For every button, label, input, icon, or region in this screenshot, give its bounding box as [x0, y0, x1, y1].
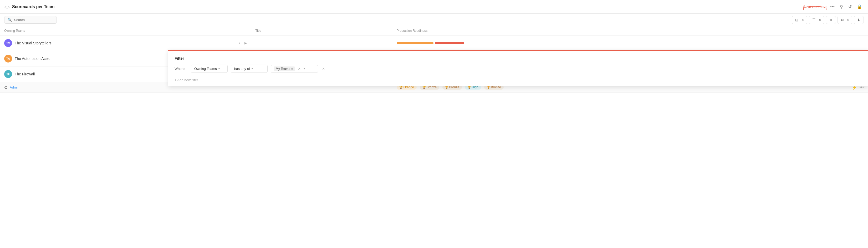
filter-row: Where Owning Teams ▾ has any of ▾ My Tea…: [175, 65, 862, 73]
chevron-tv[interactable]: ▶: [245, 41, 247, 45]
more-button[interactable]: •••: [829, 3, 836, 10]
filter-value-clear-button[interactable]: ×: [298, 66, 301, 71]
score-icon-5: 🏆: [487, 86, 490, 89]
admin-link[interactable]: Admin: [10, 85, 20, 89]
app-container: ◁▷ Scorecards per Team Save view here ••…: [0, 0, 868, 248]
save-view-label: Save view here: [803, 5, 827, 9]
filter-group: ⊟ ×: [792, 16, 807, 24]
avatar-tf: TF: [4, 70, 12, 78]
bar-tv-1: [397, 42, 433, 44]
download-button[interactable]: ⬇: [856, 17, 861, 23]
add-filter-button[interactable]: + Add new filter: [175, 78, 198, 82]
table-header-row: Owning Teams Title Production Readiness: [0, 26, 868, 35]
score-icon-1: 🏆: [399, 86, 402, 89]
breadcrumb-icon: ◁▷: [4, 5, 10, 9]
copy-close-button[interactable]: ×: [846, 17, 850, 23]
header-right: Save view here ••• ⚲ ↺ 🔒: [803, 3, 864, 10]
filter-value-tag: My Teams ×: [274, 66, 295, 71]
table-row: TV The Visual Storytellers 7 ▶: [0, 35, 868, 51]
team-cell-tv: TV The Visual Storytellers 7 ▶: [0, 35, 251, 51]
filter-operator-chevron: ▾: [252, 67, 253, 70]
avatar-ta: TA: [4, 55, 12, 63]
filter-value-chevron: ▾: [304, 67, 305, 70]
filter-where-label: Where: [175, 67, 188, 71]
search-input[interactable]: [14, 18, 51, 22]
filter-button[interactable]: ⊟: [794, 17, 799, 23]
list-group: ☰ ×: [809, 16, 824, 24]
filter-divider: [175, 74, 195, 74]
search-box[interactable]: 🔍: [4, 16, 57, 24]
copy-group: ⧉ ×: [838, 16, 852, 24]
title-cell-tv: [251, 35, 392, 51]
filter-close-button[interactable]: ×: [801, 17, 805, 23]
pin-button[interactable]: ⚲: [838, 3, 845, 10]
filter-panel: Filter Where Owning Teams ▾ has any of ▾…: [168, 50, 868, 86]
filter-tag-close-button[interactable]: ×: [291, 67, 292, 70]
filter-tag-text: My Teams: [276, 67, 290, 71]
copy-button[interactable]: ⧉: [840, 17, 845, 23]
github-icon: ⊙: [4, 85, 8, 90]
undo-button[interactable]: ↺: [847, 3, 853, 10]
filter-value-box[interactable]: My Teams × × ▾: [271, 65, 318, 73]
sort-group: ⇅: [826, 16, 836, 24]
header-left: ◁▷ Scorecards per Team: [4, 4, 55, 9]
page-title: Scorecards per Team: [12, 4, 55, 9]
team-count-tv: 7: [239, 41, 241, 45]
lock-button[interactable]: 🔒: [856, 3, 864, 10]
filter-field-chevron: ▾: [218, 67, 220, 70]
score-icon-2: 🏆: [423, 86, 426, 89]
bar-cell-tv: [393, 35, 868, 51]
team-name-tv: The Visual Storytellers: [15, 41, 236, 45]
table-container: Owning Teams Title Production Readiness …: [0, 26, 868, 248]
score-icon-3: 🏆: [445, 86, 448, 89]
filter-field-select[interactable]: Owning Teams ▾: [191, 65, 228, 73]
header: ◁▷ Scorecards per Team Save view here ••…: [0, 0, 868, 14]
list-close-button[interactable]: ×: [818, 17, 822, 23]
toolbar: 🔍 ⊟ × ☰ × ⇅ ⧉ × ⬇: [0, 14, 868, 26]
search-icon: 🔍: [8, 18, 12, 22]
filter-operator-label: has any of: [234, 67, 250, 71]
filter-row-close-button[interactable]: ×: [322, 66, 324, 71]
filter-title: Filter: [175, 56, 862, 60]
filter-operator-select[interactable]: has any of ▾: [231, 65, 268, 73]
col-owning-teams: Owning Teams: [0, 26, 251, 35]
score-icon-4: 🏆: [468, 86, 471, 89]
toolbar-right: ⊟ × ☰ × ⇅ ⧉ × ⬇: [792, 16, 864, 24]
bar-tv-2: [435, 42, 464, 44]
col-production-readiness: Production Readiness: [393, 26, 868, 35]
sort-button[interactable]: ⇅: [828, 17, 834, 23]
list-button[interactable]: ☰: [811, 17, 817, 23]
col-title: Title: [251, 26, 392, 35]
avatar-tv: TV: [4, 39, 12, 47]
download-group: ⬇: [854, 16, 864, 24]
filter-field-label: Owning Teams: [194, 67, 217, 71]
